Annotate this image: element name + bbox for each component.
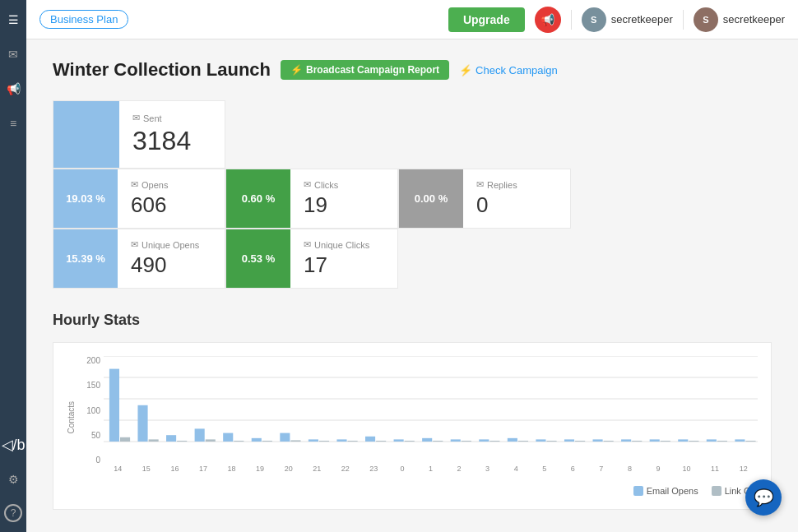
unique-clicks-percent: 0.53 % [226,229,290,288]
y-label-0: 0 [95,456,100,465]
plan-badge[interactable]: Business Plan [39,10,128,29]
unique-opens-card: 15.39 % ✉ Unique Opens 490 [53,229,225,289]
x-label: 7 [587,465,616,473]
sidebar-help-icon[interactable]: ? [4,504,22,522]
y-axis-label: Contacts [67,401,76,433]
unique-opens-envelope-icon: ✉ [131,239,138,250]
x-label: 6 [559,465,587,473]
x-label: 19 [246,465,275,473]
x-label: 11 [701,465,730,473]
svg-rect-48 [689,441,698,442]
svg-rect-22 [593,439,603,442]
y-label-150: 150 [86,381,100,390]
svg-rect-9 [223,433,233,442]
svg-rect-14 [365,437,375,442]
x-label: 17 [189,465,218,473]
svg-rect-43 [546,441,556,442]
svg-rect-38 [405,441,415,442]
svg-rect-28 [120,437,130,442]
bar-chart [104,356,758,463]
nav-divider-2 [683,10,684,30]
username-1: secretkeeper [611,13,673,25]
unique-clicks-card: 0.53 % ✉ Unique Clicks 17 [225,229,398,289]
y-labels: 200 150 100 50 0 [79,356,104,479]
broadcast-campaign-button[interactable]: ⚡ Broadcast Campaign Report [281,60,449,80]
y-label-100: 100 [86,406,100,415]
x-label: 12 [729,465,758,473]
avatar-1: S [582,7,606,32]
x-label: 23 [360,465,388,473]
svg-rect-32 [234,441,244,442]
sidebar-list-icon[interactable]: ≡ [3,113,23,133]
x-label: 16 [160,465,189,473]
svg-rect-7 [166,435,176,442]
sidebar-hamburger[interactable]: ☰ [3,10,23,30]
svg-rect-36 [348,441,358,442]
sidebar-broadcast-icon[interactable]: 📢 [3,79,23,99]
chart-container: Contacts 200 150 100 50 0 [53,342,772,510]
svg-rect-29 [149,439,159,442]
opens-value: 606 [131,192,211,218]
svg-rect-50 [745,441,755,442]
svg-rect-46 [632,441,642,442]
clicks-card: 0.60 % ✉ Clicks 19 [225,169,398,229]
sent-envelope-icon: ✉ [132,113,140,123]
x-labels: 141516171819202122230123456789101112 [104,465,758,473]
sent-body: ✉ Sent 3184 [119,101,204,168]
topnav: Business Plan Upgrade 📢 S secretkeeper S… [26,0,798,39]
svg-rect-33 [262,441,272,442]
unique-clicks-label: ✉ Unique Clicks [304,239,384,250]
legend-email-opens-color [633,486,643,496]
notification-icon[interactable]: 📢 [535,7,561,33]
svg-rect-27 [735,439,745,442]
clicks-body: ✉ Clicks 19 [290,169,397,228]
upgrade-button[interactable]: Upgrade [448,7,525,32]
x-label: 8 [615,465,644,473]
unique-clicks-envelope-icon: ✉ [304,239,311,250]
svg-rect-44 [575,441,585,442]
svg-rect-10 [252,438,262,442]
sidebar-back-icon[interactable]: ◁/b [3,435,23,455]
check-campaign-button[interactable]: ⚡ Check Campaign [459,64,558,76]
clicks-label: ✉ Clicks [304,179,384,190]
x-label: 15 [132,465,161,473]
page-content: Winter Collection Launch ⚡ Broadcast Cam… [26,39,798,532]
legend-email-opens-label: Email Opens [647,486,698,496]
svg-rect-34 [290,440,300,442]
unique-opens-percent: 15.39 % [53,229,118,288]
sent-value: 3184 [132,126,191,156]
main-content: Business Plan Upgrade 📢 S secretkeeper S… [26,0,798,532]
hourly-stats-title: Hourly Stats [53,312,772,329]
svg-rect-41 [489,441,499,442]
chat-bubble[interactable]: 💬 [745,479,782,516]
page-header: Winter Collection Launch ⚡ Broadcast Cam… [53,59,772,81]
svg-rect-37 [376,441,386,442]
x-label: 9 [644,465,673,473]
clicks-envelope-icon: ✉ [304,179,311,190]
svg-rect-42 [518,441,528,442]
svg-rect-23 [621,439,631,442]
replies-body: ✉ Replies 0 [463,169,570,228]
user-profile-1[interactable]: S secretkeeper [582,7,673,32]
y-label-200: 200 [86,356,100,365]
sent-label: ✉ Sent [132,113,191,123]
user-profile-2[interactable]: S secretkeeper [694,7,785,32]
avatar-2: S [694,7,718,32]
x-label: 0 [388,465,417,473]
sidebar-email-icon[interactable]: ✉ [3,44,23,64]
svg-rect-8 [195,428,205,442]
flash-icon: ⚡ [290,64,303,76]
sent-card: ✉ Sent 3184 [53,100,225,169]
svg-rect-11 [280,433,290,442]
opens-percent: 19.03 % [53,169,118,228]
svg-rect-47 [661,441,670,442]
chart-plot-area: 141516171819202122230123456789101112 [104,356,758,479]
sidebar-settings-icon[interactable]: ⚙ [3,470,23,489]
x-label: 18 [217,465,246,473]
replies-percent: 0.00 % [399,169,463,228]
replies-value: 0 [476,192,557,218]
svg-rect-24 [650,439,660,442]
x-label: 1 [416,465,445,473]
unique-clicks-value: 17 [304,252,384,278]
svg-rect-18 [479,439,489,442]
